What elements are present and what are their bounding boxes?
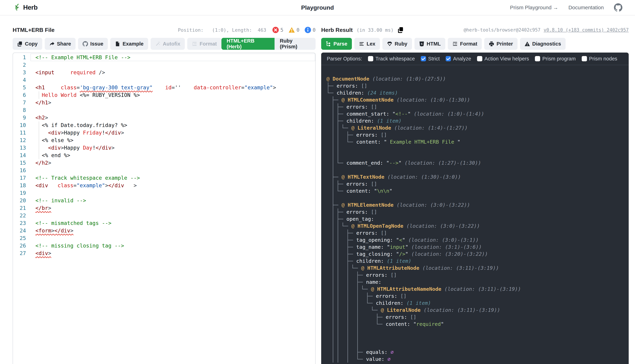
code-line[interactable]: 4	[13, 76, 315, 84]
parser-option-prism-nodes[interactable]: Prism nodes	[582, 56, 617, 62]
tree-guide	[346, 244, 355, 250]
parser-option-strict[interactable]: Strict	[421, 56, 440, 62]
tree-guide	[336, 348, 341, 356]
code-line[interactable]: 25	[13, 234, 315, 242]
tree-row: content: " Example HTML+ERB File "	[327, 138, 629, 146]
tree-row: @ HTMLTextNode (location: (1:30)-(3:0))	[327, 174, 629, 180]
tree-guide	[327, 264, 331, 272]
nav-documentation-link[interactable]: Documentation	[568, 4, 604, 10]
tree-guide	[336, 328, 341, 334]
code-line[interactable]: 19	[13, 189, 315, 197]
tree-guide	[331, 216, 336, 222]
tree-row: equals: ∅	[327, 348, 629, 356]
tree-guide	[346, 348, 351, 356]
code-line[interactable]: 13 <div>Happy Day!</div>	[13, 144, 315, 152]
code-line[interactable]: 11 <div>Happy Friday!</div>	[13, 129, 315, 136]
code-line[interactable]: 23<!-- mismatched tags -->	[13, 219, 315, 227]
parser-option-analyze[interactable]: Analyze	[446, 56, 471, 62]
parser-option-track-whitespace[interactable]: Track whitespace	[368, 56, 415, 62]
tree-guide	[331, 320, 336, 328]
tree-guide	[327, 292, 331, 300]
code-line-text: </h2>	[31, 159, 315, 166]
parser-option-action-view-helpers[interactable]: Action View helpers	[477, 56, 529, 62]
tree-guide	[327, 96, 331, 103]
code-line[interactable]: 24<form></div>	[13, 227, 315, 234]
code-line[interactable]: 17<!-- Track whitespace example -->	[13, 174, 315, 182]
tree-guide	[331, 342, 336, 348]
code-line-text: <div>Happy Day!</div>	[31, 144, 315, 152]
code-line[interactable]: 14 <% end %>	[13, 152, 315, 159]
button-label: Share	[57, 41, 71, 47]
tree-guide	[361, 320, 366, 328]
diagnostics-button[interactable]: Diagnostics	[520, 38, 566, 50]
nav-prism-playground-link[interactable]: Prism Playground →	[510, 4, 558, 10]
tree-guide	[351, 348, 356, 356]
line-number: 3	[13, 69, 31, 76]
tree-guide	[327, 132, 331, 138]
code-line[interactable]: 21</br>	[13, 204, 315, 212]
tree-guide	[341, 328, 346, 334]
copy-result-icon[interactable]	[398, 27, 404, 33]
code-line[interactable]: 27<div>	[13, 250, 315, 257]
issue-button[interactable]: Issue	[78, 38, 108, 50]
tree-guide	[346, 278, 351, 286]
version-link[interactable]: v0.8.10 (+183 commits) 2402c957	[544, 27, 629, 32]
result-toolbar: ParseLexRuby5HTMLFormatPrinterDiagnostic…	[321, 38, 629, 50]
code-line[interactable]: 22	[13, 212, 315, 219]
code-line[interactable]: 1<!-- Example HTML+ERB File -->	[13, 54, 315, 61]
error-icon	[272, 27, 279, 33]
code-line[interactable]: 8	[13, 106, 315, 114]
autofix-button[interactable]: Autofix	[151, 38, 185, 50]
line-number: 8	[13, 106, 31, 114]
tree-guide	[336, 314, 341, 320]
code-line[interactable]: 9<h2>	[13, 114, 315, 122]
format-source-button[interactable]: Format	[187, 38, 221, 50]
ruby-button[interactable]: Ruby	[382, 38, 412, 50]
example-button[interactable]: Example	[110, 38, 148, 50]
code-line[interactable]: 15</h2>	[13, 159, 315, 166]
html-button[interactable]: 5HTML	[414, 38, 446, 50]
button-label: Autofix	[163, 41, 180, 47]
tree-guide	[327, 138, 331, 146]
code-line[interactable]: 7</h1>	[13, 99, 315, 106]
app-header: Herb Playground Prism Playground → Docum…	[0, 0, 635, 16]
tree-node-text: open_tag:	[347, 216, 374, 222]
code-line[interactable]: 10 <% if Date.today.friday? %>	[13, 122, 315, 129]
copy-button[interactable]: Copy	[13, 38, 42, 50]
tree-guide	[341, 264, 346, 272]
github-icon[interactable]	[614, 3, 622, 12]
printer-button[interactable]: Printer	[484, 38, 517, 50]
lex-button[interactable]: Lex	[354, 38, 380, 50]
mode-herb-tab[interactable]: HTML+ERB (Herb)	[221, 38, 274, 50]
share-button[interactable]: Share	[45, 38, 76, 50]
tree-guide	[331, 194, 336, 202]
code-line[interactable]: 26<!-- missing closing tag -->	[13, 242, 315, 250]
button-label: Format	[199, 41, 217, 47]
tree-guide	[331, 300, 336, 306]
code-line[interactable]: 3<input required />	[13, 69, 315, 76]
line-number: 19	[13, 189, 31, 197]
line-number: 22	[13, 212, 31, 219]
tree-node-text: @ LiteralNode (location: (3:11)-(3:19))	[381, 306, 500, 314]
mode-prism-tab[interactable]: Ruby (Prism)	[274, 38, 315, 50]
code-line[interactable]: 16	[13, 166, 315, 174]
format-result-button[interactable]: Format	[448, 38, 482, 50]
header-nav: Prism Playground → Documentation	[510, 3, 622, 12]
editor-panel: HTML+ERB File Position: (1:0), Length: 4…	[13, 16, 315, 364]
parser-option-prism-program[interactable]: Prism program	[535, 56, 575, 62]
code-line[interactable]: 12 <% else %>	[13, 136, 315, 144]
tree-row: errors: []	[327, 272, 629, 278]
tree-guide	[327, 314, 331, 320]
code-line[interactable]: 6 Hello World <%= RUBY_VERSION %>	[13, 91, 315, 99]
code-editor[interactable]: 1<!-- Example HTML+ERB File -->23<input …	[13, 52, 315, 364]
tree-guide	[356, 272, 364, 278]
tree-guide	[351, 300, 356, 306]
code-line[interactable]: 2	[13, 61, 315, 69]
tree-guide	[346, 132, 355, 138]
code-line[interactable]: 18<div class="example"></div >	[13, 182, 315, 189]
tree-guide	[336, 306, 341, 314]
tree-guide	[336, 236, 341, 244]
code-line[interactable]: 20<!-- invalid -->	[13, 197, 315, 204]
parse-button[interactable]: Parse	[321, 38, 352, 50]
code-line[interactable]: 5<h1 class='bg-gray-300 text-gray" id=''…	[13, 84, 315, 91]
